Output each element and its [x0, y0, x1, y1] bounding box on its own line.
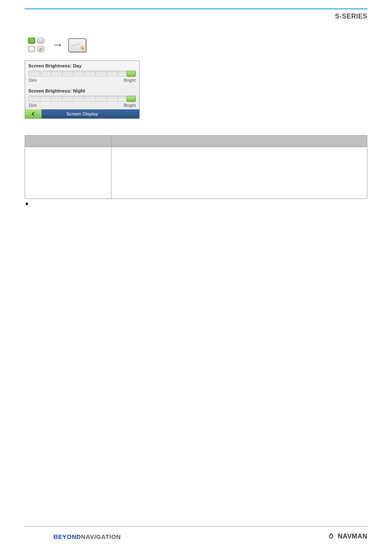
dim-label: Dim	[29, 78, 37, 83]
nav-path-icons: →	[27, 37, 367, 53]
table-cell-col1	[25, 147, 111, 199]
brightness-day-label: Screen Brightness: Day	[28, 63, 136, 70]
navman-brand-text: NAVMAN	[338, 533, 367, 540]
brightness-night-slider[interactable]	[28, 96, 136, 102]
table-header-col2	[111, 136, 367, 147]
arrow-right-icon: →	[52, 38, 63, 51]
brightness-day-slider[interactable]	[28, 71, 136, 76]
navman-logo: NAVMAN	[327, 532, 367, 541]
bullet-marker: ■	[25, 201, 367, 206]
main-menu-icon	[27, 37, 47, 53]
bright-label: Bright	[124, 103, 136, 108]
beyond-navigation-logo: BEYONDNAVIGATION	[53, 533, 121, 540]
device-titlebar: Screen Display	[25, 109, 139, 118]
back-button[interactable]	[25, 109, 42, 118]
device-screenshot: Screen Brightness: Day Dim Bright Screen…	[25, 60, 140, 119]
table-cell-col2	[111, 147, 367, 199]
slider-knob[interactable]	[127, 71, 136, 77]
brightness-night-label: Screen Brightness: Night	[28, 88, 136, 95]
series-label: S-SERIES	[25, 13, 367, 20]
chevron-left-icon	[30, 111, 36, 117]
device-title-text: Screen Display	[25, 111, 139, 116]
slider-knob[interactable]	[127, 96, 136, 102]
screen-display-icon	[68, 38, 86, 52]
page-footer: BEYONDNAVIGATION NAVMAN	[25, 526, 367, 541]
settings-table	[25, 135, 367, 199]
dim-label: Dim	[29, 103, 37, 108]
navman-mark-icon	[327, 532, 335, 541]
top-rule	[25, 8, 367, 9]
bright-label: Bright	[124, 78, 136, 83]
table-header-col1	[25, 136, 111, 147]
